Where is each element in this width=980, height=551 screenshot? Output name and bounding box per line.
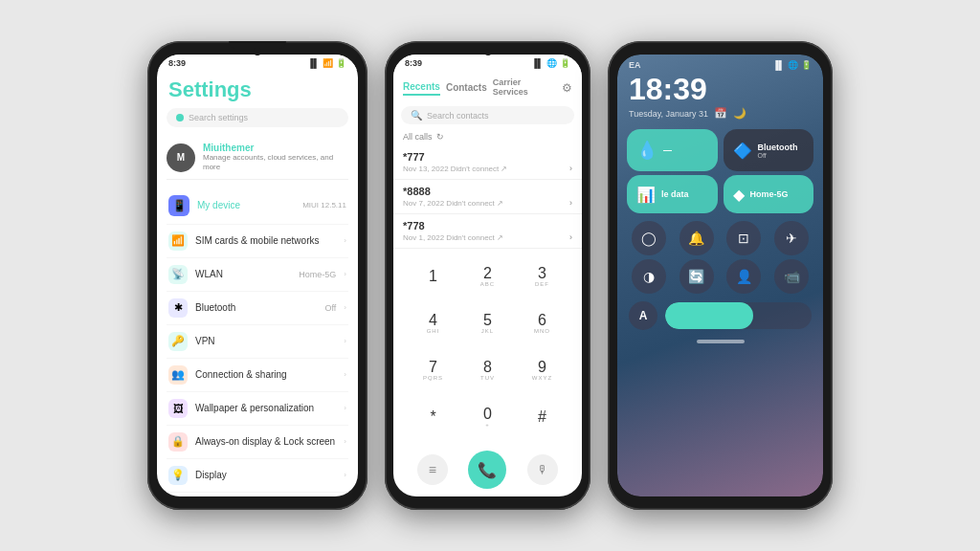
settings-search-placeholder: Search settings bbox=[189, 113, 248, 122]
phone-settings: 8:39 ▐▌ 📶 🔋 Settings Search settings bbox=[147, 41, 368, 510]
wlan-icon: 📡 bbox=[168, 265, 188, 284]
bluetooth-tile-icon: 🔷 bbox=[733, 142, 752, 160]
call-item-2[interactable]: *8888 Nov 7, 2022 Didn't connect ↗ › bbox=[393, 180, 582, 214]
settings-item-vpn[interactable]: 🔑 VPN › bbox=[167, 325, 348, 359]
wallpaper-label: Wallpaper & personalization bbox=[195, 403, 336, 413]
dialer-tabs: Recents Contacts Carrier Services ⚙ bbox=[393, 70, 582, 102]
ctrl-battery-icon: 🔋 bbox=[801, 60, 812, 70]
person-button[interactable]: 👤 bbox=[726, 259, 761, 294]
bluetooth-tile-content: Bluetooth Off bbox=[758, 143, 798, 159]
call-date-2: Nov 7, 2022 Didn't connect ↗ bbox=[403, 199, 503, 208]
account-info: Miuithemer Manage accounts, cloud servic… bbox=[203, 143, 348, 173]
control-status-icons: ▐▌ 🌐 🔋 bbox=[772, 60, 812, 70]
dialer-search-bar[interactable]: 🔍 Search contacts bbox=[401, 106, 574, 124]
control-mid-tiles: 📊 le data ◆ Home-5G bbox=[617, 175, 823, 217]
key-1[interactable]: 1 bbox=[407, 254, 459, 299]
bell-button[interactable]: 🔔 bbox=[679, 221, 714, 255]
airplane-button[interactable]: ✈ bbox=[774, 221, 809, 255]
tab-contacts[interactable]: Contacts bbox=[446, 82, 487, 95]
call-arrow-3: › bbox=[569, 232, 572, 242]
settings-item-lockscreen[interactable]: 🔒 Always-on display & Lock screen › bbox=[167, 426, 348, 459]
my-device-row[interactable]: 📱 My device MIUI 12.5.11 bbox=[167, 187, 348, 225]
connection-icon: 👥 bbox=[168, 365, 188, 385]
voicemail-button[interactable]: 🎙 bbox=[527, 454, 558, 485]
wifi-tile[interactable]: ◆ Home-5G bbox=[724, 175, 814, 213]
bluetooth-tile[interactable]: 🔷 Bluetooth Off bbox=[724, 129, 814, 171]
water-tile-content: — bbox=[663, 145, 672, 155]
settings-screen: 8:39 ▐▌ 📶 🔋 Settings Search settings bbox=[157, 55, 358, 496]
call-number-2: *8888 bbox=[403, 186, 572, 197]
data-tile[interactable]: 📊 le data bbox=[627, 175, 718, 213]
call-date-3: Nov 1, 2022 Didn't connect ↗ bbox=[403, 233, 503, 242]
wlan-label: WLAN bbox=[195, 269, 291, 279]
key-2[interactable]: 2ABC bbox=[461, 254, 514, 299]
brightness-slider[interactable] bbox=[665, 302, 812, 329]
call-number-1: *777 bbox=[403, 151, 572, 163]
key-3[interactable]: 3DEF bbox=[516, 254, 568, 299]
settings-status-time: 8:39 bbox=[168, 58, 186, 68]
dialer-status-icons: ▐▌ 🌐 🔋 bbox=[531, 58, 570, 68]
settings-item-bluetooth[interactable]: ✱ Bluetooth Off › bbox=[167, 292, 348, 325]
key-star[interactable]: * bbox=[407, 394, 459, 439]
call-item-1[interactable]: *777 Nov 13, 2022 Didn't connect ↗ › bbox=[393, 145, 582, 180]
rotate-button[interactable]: 🔄 bbox=[679, 259, 714, 294]
dialer-search-icon: 🔍 bbox=[411, 110, 422, 121]
my-device-icon: 📱 bbox=[168, 195, 189, 216]
bluetooth-label: Bluetooth bbox=[195, 302, 317, 313]
dialer-menu-button[interactable]: ≡ bbox=[417, 454, 448, 485]
control-screen: EA ▐▌ 🌐 🔋 18:39 Tuesday, January 31 📅 🌙 bbox=[617, 55, 823, 496]
bluetooth-tile-sublabel: Off bbox=[758, 152, 798, 159]
auto-brightness-button[interactable]: A bbox=[629, 301, 657, 330]
contrast-button[interactable]: ◑ bbox=[632, 259, 666, 294]
signal-icon: ▐▌ bbox=[307, 58, 320, 68]
key-0[interactable]: 0+ bbox=[461, 394, 514, 439]
tab-carrier[interactable]: Carrier Services bbox=[493, 77, 556, 99]
key-7[interactable]: 7PQRS bbox=[407, 348, 459, 393]
phones-container: 8:39 ▐▌ 📶 🔋 Settings Search settings bbox=[0, 0, 980, 551]
settings-item-sim[interactable]: 📶 SIM cards & mobile networks › bbox=[167, 225, 348, 258]
wifi-tile-label: Home-5G bbox=[750, 189, 789, 199]
my-device-version: MIUI 12.5.11 bbox=[302, 201, 346, 209]
settings-search-bar[interactable]: Search settings bbox=[167, 108, 348, 127]
control-status-bar: EA ▐▌ 🌐 🔋 bbox=[617, 55, 823, 72]
call-info-3: Nov 1, 2022 Didn't connect ↗ › bbox=[403, 232, 572, 242]
dialer-status-time: 8:39 bbox=[405, 58, 422, 68]
account-row[interactable]: M Miuithemer Manage accounts, cloud serv… bbox=[167, 137, 348, 180]
dialer-search-placeholder: Search contacts bbox=[427, 111, 489, 121]
key-6[interactable]: 6MNO bbox=[516, 301, 568, 346]
wlan-value: Home-5G bbox=[299, 270, 336, 279]
home-indicator bbox=[697, 340, 745, 343]
call-date-1: Nov 13, 2022 Didn't connect ↗ bbox=[403, 165, 507, 173]
settings-status-bar: 8:39 ▐▌ 📶 🔋 bbox=[157, 55, 358, 70]
data-icon: 📊 bbox=[636, 186, 656, 204]
lockscreen-label: Always-on display & Lock screen bbox=[195, 436, 336, 447]
account-desc: Manage accounts, cloud services, and mor… bbox=[203, 153, 348, 173]
control-content: EA ▐▌ 🌐 🔋 18:39 Tuesday, January 31 📅 🌙 bbox=[617, 55, 823, 496]
key-5[interactable]: 5JKL bbox=[461, 301, 514, 346]
dialer-actions: ≡ 📞 🎙 bbox=[393, 445, 582, 496]
key-9[interactable]: 9WXYZ bbox=[516, 348, 568, 393]
key-hash[interactable]: # bbox=[516, 394, 568, 439]
dialer-signal-icon: ▐▌ bbox=[531, 58, 544, 68]
keypad: 1 2ABC 3DEF 4GHI 5JKL 6MNO 7PQRS 8TUV 9W… bbox=[393, 249, 582, 445]
control-icon-row-1: ◯ 🔔 ⊡ ✈ bbox=[617, 217, 823, 259]
settings-item-connection[interactable]: 👥 Connection & sharing › bbox=[167, 359, 348, 392]
settings-content: Settings Search settings M Miuithemer Ma… bbox=[157, 70, 358, 496]
gear-icon[interactable]: ⚙ bbox=[562, 81, 572, 95]
settings-item-wlan[interactable]: 📡 WLAN Home-5G › bbox=[167, 258, 348, 292]
video-button[interactable]: 📹 bbox=[774, 259, 809, 294]
battery-icon: 🔋 bbox=[336, 58, 346, 68]
key-8[interactable]: 8TUV bbox=[461, 348, 514, 393]
wifi-icon: 📶 bbox=[323, 58, 333, 68]
water-tile[interactable]: 💧 — bbox=[627, 129, 718, 171]
settings-item-wallpaper[interactable]: 🖼 Wallpaper & personalization › bbox=[167, 392, 348, 426]
call-item-3[interactable]: *778 Nov 1, 2022 Didn't connect ↗ › bbox=[393, 214, 582, 249]
calls-header-label: All calls bbox=[403, 132, 433, 142]
call-button[interactable]: 📞 bbox=[468, 451, 506, 489]
screen-button[interactable]: ⊡ bbox=[726, 221, 761, 255]
key-4[interactable]: 4GHI bbox=[407, 301, 459, 346]
dnd-button[interactable]: ◯ bbox=[632, 221, 666, 255]
tab-recents[interactable]: Recents bbox=[403, 81, 440, 96]
settings-item-display[interactable]: 💡 Display › bbox=[167, 459, 348, 493]
phone-control: EA ▐▌ 🌐 🔋 18:39 Tuesday, January 31 📅 🌙 bbox=[608, 41, 833, 510]
